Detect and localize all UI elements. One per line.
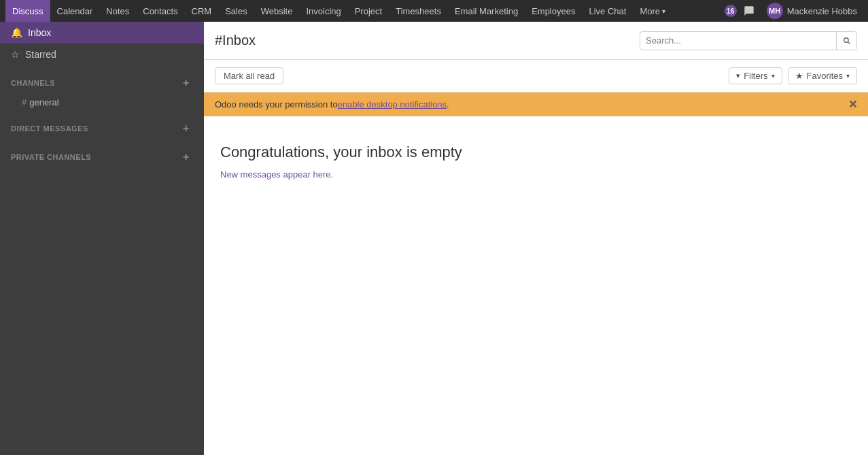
star-icon: ☆ bbox=[11, 49, 20, 60]
add-channel-button[interactable]: + bbox=[179, 76, 193, 90]
main-layout: 🔔 Inbox ☆ Starred CHANNELS + # general D… bbox=[0, 22, 868, 455]
nav-item-discuss[interactable]: Discuss bbox=[5, 0, 50, 22]
nav-item-sales[interactable]: Sales bbox=[218, 0, 254, 22]
favorites-dropdown-icon: ▾ bbox=[846, 72, 850, 80]
chat-icon-btn[interactable] bbox=[740, 1, 759, 20]
close-notification-button[interactable]: ✕ bbox=[848, 98, 857, 111]
enable-notifications-link[interactable]: enable desktop notifications bbox=[338, 99, 447, 109]
chevron-down-icon: ▾ bbox=[662, 7, 665, 15]
nav-right-area: 16 MH Mackenzie Hobbs bbox=[725, 1, 863, 20]
sidebar-inbox-label: Inbox bbox=[28, 27, 51, 38]
filter-buttons: ▾ Filters ▾ ★ Favorites ▾ bbox=[729, 67, 857, 84]
action-bar: Mark all read ▾ Filters ▾ ★ Favorites ▾ bbox=[204, 60, 868, 92]
top-navigation: Discuss Calendar Notes Contacts CRM Sale… bbox=[0, 0, 868, 22]
user-menu[interactable]: MH Mackenzie Hobbs bbox=[761, 3, 863, 19]
search-button[interactable] bbox=[836, 31, 856, 50]
filter-icon: ▾ bbox=[736, 71, 740, 80]
direct-messages-label: DIRECT MESSAGES bbox=[11, 124, 88, 133]
sidebar: 🔔 Inbox ☆ Starred CHANNELS + # general D… bbox=[0, 22, 204, 455]
favorites-label: Favorites bbox=[807, 71, 843, 81]
page-title: #Inbox bbox=[215, 33, 256, 48]
empty-subtitle: New messages appear here. bbox=[220, 169, 852, 180]
private-channels-section-header: PRIVATE CHANNELS + bbox=[0, 139, 204, 168]
header-bar: #Inbox bbox=[204, 22, 868, 60]
search-input[interactable] bbox=[640, 35, 836, 46]
sidebar-item-inbox[interactable]: 🔔 Inbox bbox=[0, 22, 204, 44]
user-name: Mackenzie Hobbs bbox=[787, 6, 857, 16]
channels-section-header: CHANNELS + bbox=[0, 65, 204, 94]
add-direct-message-button[interactable]: + bbox=[179, 122, 193, 135]
main-content: #Inbox Mark all read ▾ Filters ▾ ★ Favor… bbox=[204, 22, 868, 455]
filters-label: Filters bbox=[744, 71, 767, 81]
private-channels-label: PRIVATE CHANNELS bbox=[11, 153, 91, 161]
favorites-button[interactable]: ★ Favorites ▾ bbox=[788, 67, 857, 84]
notification-banner: Odoo needs your permission to enable des… bbox=[204, 92, 868, 116]
notification-badge: 16 bbox=[725, 5, 737, 17]
notification-message-end: . bbox=[447, 99, 449, 109]
channel-item-general[interactable]: # general bbox=[0, 94, 204, 111]
filter-dropdown-icon: ▾ bbox=[771, 72, 775, 80]
chat-icon bbox=[744, 5, 754, 16]
mark-all-read-button[interactable]: Mark all read bbox=[215, 67, 283, 84]
sidebar-starred-label: Starred bbox=[25, 49, 56, 60]
hash-icon: # bbox=[22, 97, 27, 107]
channel-general-label: general bbox=[29, 97, 58, 107]
avatar: MH bbox=[767, 3, 783, 19]
filters-button[interactable]: ▾ Filters ▾ bbox=[729, 67, 782, 84]
empty-title: Congratulations, your inbox is empty bbox=[220, 144, 852, 161]
bell-icon: 🔔 bbox=[11, 27, 22, 38]
nav-item-employees[interactable]: Employees bbox=[525, 0, 582, 22]
search-icon bbox=[842, 36, 851, 45]
add-private-channel-button[interactable]: + bbox=[179, 150, 193, 164]
nav-item-invoicing[interactable]: Invoicing bbox=[299, 0, 347, 22]
nav-item-project[interactable]: Project bbox=[348, 0, 389, 22]
nav-item-live-chat[interactable]: Live Chat bbox=[582, 0, 633, 22]
notification-message: Odoo needs your permission to bbox=[215, 99, 338, 109]
nav-item-contacts[interactable]: Contacts bbox=[136, 0, 184, 22]
channels-label: CHANNELS bbox=[11, 79, 55, 87]
nav-item-website[interactable]: Website bbox=[254, 0, 300, 22]
nav-item-calendar[interactable]: Calendar bbox=[50, 0, 100, 22]
empty-state: Congratulations, your inbox is empty New… bbox=[204, 116, 868, 455]
search-box bbox=[640, 31, 857, 50]
nav-item-timesheets[interactable]: Timesheets bbox=[389, 0, 448, 22]
star-favorites-icon: ★ bbox=[795, 71, 803, 81]
notification-count-area: 16 bbox=[725, 5, 737, 17]
direct-messages-section-header: DIRECT MESSAGES + bbox=[0, 111, 204, 139]
nav-item-email-marketing[interactable]: Email Marketing bbox=[448, 0, 525, 22]
nav-item-more[interactable]: More ▾ bbox=[633, 0, 672, 22]
nav-item-notes[interactable]: Notes bbox=[99, 0, 136, 22]
nav-item-crm[interactable]: CRM bbox=[185, 0, 219, 22]
sidebar-item-starred[interactable]: ☆ Starred bbox=[0, 44, 204, 65]
